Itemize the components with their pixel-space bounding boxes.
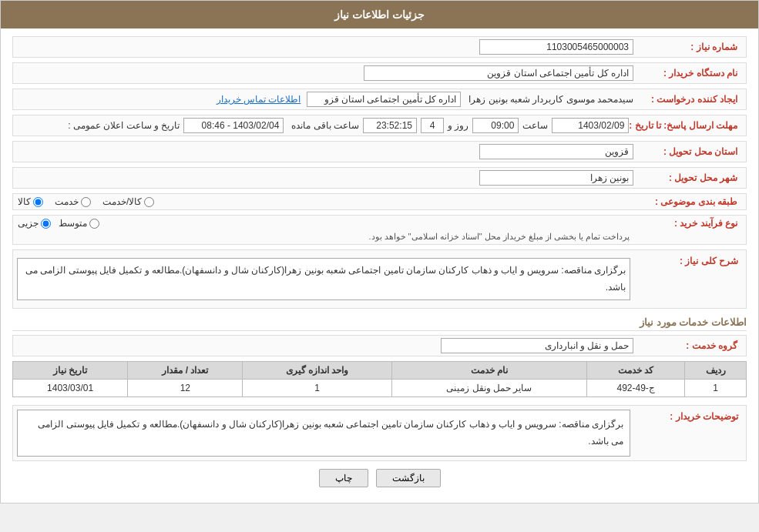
page-header: جزئیات اطلاعات نیاز xyxy=(1,1,758,28)
shahr-label: شهر محل تحویل : xyxy=(633,172,741,183)
ijad-konande-row: ایجاد کننده درخواست : سیدمحمد موسوی کارب… xyxy=(12,89,747,110)
sharh-koli-section: شرح کلی نیاز : برگزاری مناقصه: سرویس و ا… xyxy=(12,249,747,309)
cell-namKhedmat: سایر حمل ونقل زمینی xyxy=(391,380,586,397)
roz-value: 4 xyxy=(421,118,444,133)
sharh-koli-label: شرح کلی نیاز : xyxy=(634,254,742,266)
tosif-kharidar-section: توضیحات خریدار : برگزاری مناقصه: سرویس و… xyxy=(12,405,747,461)
farayand-motovaset-label: متوسط xyxy=(59,218,87,229)
cell-vahed: 1 xyxy=(243,380,391,397)
tarikh-elan-value: 1403/02/04 - 08:46 xyxy=(183,118,284,133)
mohlat-label: مهلت ارسال پاسخ: تا تاریخ : xyxy=(629,120,741,131)
grohe-khedmat-row: گروه خدمت : حمل و نقل و انبارداری xyxy=(12,335,747,356)
noe-farayand-label: نوع فرآیند خرید : xyxy=(633,218,741,229)
saat-value: 09:00 xyxy=(472,118,519,133)
shahr-row: شهر محل تحویل : بونین زهرا xyxy=(12,167,747,189)
tosif-kharidar-value: برگزاری مناقصه: سرویس و ایاب و ذهاب کارک… xyxy=(17,410,630,457)
tarikh-elan-label: تاریخ و ساعت اعلان عمومی : xyxy=(68,120,180,131)
cell-tarikh: 1403/03/01 xyxy=(13,380,128,397)
page-content: شماره نیاز : 1103005465000003 نام دستگاه… xyxy=(1,28,758,503)
tosif-kharidar-label: توضیحات خریدار : xyxy=(634,410,742,422)
farayand-jozi-item: جزیی xyxy=(18,218,51,229)
ittilatat-tamas-link[interactable]: اطلاعات تماس خریدار xyxy=(217,94,301,105)
nam-dastgah-row: نام دستگاه خریدار : اداره کل تأمین اجتما… xyxy=(12,62,747,84)
page-title: جزئیات اطلاعات نیاز xyxy=(334,8,425,21)
nam-dastgah-label: نام دستگاه خریدار : xyxy=(633,68,741,79)
grohe-khedmat-value: حمل و نقل و انبارداری xyxy=(441,338,633,353)
col-radif: ردیف xyxy=(685,362,747,380)
table-row: 1ج-49-492سایر حمل ونقل زمینی1121403/03/0… xyxy=(13,380,747,397)
col-vahed: واحد اندازه گیری xyxy=(243,362,391,380)
tabaqe-kala-khedmat-item: کالا/خدمت xyxy=(102,196,154,207)
col-nam: نام خدمت xyxy=(391,362,586,380)
grohe-khedmat-label: گروه خدمت : xyxy=(633,340,741,351)
farayand-note: پرداخت تمام یا بخشی از مبلغ خریداز محل "… xyxy=(18,232,741,242)
bazgasht-button[interactable]: بازگشت xyxy=(376,469,441,487)
cell-tedad: 12 xyxy=(128,380,243,397)
ostan-row: استان محل تحویل : قزوین xyxy=(12,141,747,162)
col-kod: کد خدمت xyxy=(586,362,684,380)
khadamat-section-title: اطلاعات خدمات مورد نیاز xyxy=(12,316,747,331)
tabaqe-label: طبقه بندی موضوعی : xyxy=(633,196,741,207)
tabaqe-kala-khedmat-label: کالا/خدمت xyxy=(102,196,142,207)
tabaqe-kala-label: کالا xyxy=(18,196,31,207)
tabaqe-row: طبقه بندی موضوعی : کالا/خدمت خدمت کالا xyxy=(12,193,747,210)
shomare-niaz-row: شماره نیاز : 1103005465000003 xyxy=(12,36,747,58)
sharh-koli-value: برگزاری مناقصه: سرویس و ایاب و ذهاب کارک… xyxy=(17,258,630,300)
farayand-jozi-radio[interactable] xyxy=(41,219,51,229)
tabaqe-kala-radio[interactable] xyxy=(33,197,43,207)
shomare-niaz-label: شماره نیاز : xyxy=(633,42,741,52)
nam-dastgah-value: اداره کل تأمین اجتماعی استان قزوین xyxy=(364,65,633,81)
time-left-value: 23:52:15 xyxy=(363,118,417,133)
cell-kodKhedmat: ج-49-492 xyxy=(586,380,684,397)
noe-farayand-row: نوع فرآیند خرید : متوسط جزیی پرداخت تمام… xyxy=(12,215,747,245)
mohlat-date-value: 1403/02/09 xyxy=(552,118,629,133)
main-container: جزئیات اطلاعات نیاز شماره نیاز : 1103005… xyxy=(0,0,759,504)
ostan-label: استان محل تحویل : xyxy=(633,146,741,157)
col-tarikh: تاریخ نیاز xyxy=(13,362,128,380)
tabaqe-khedmat-label: خدمت xyxy=(55,196,79,207)
shahr-value: بونین زهرا xyxy=(479,170,633,186)
tabaqe-kala-khedmat-radio[interactable] xyxy=(144,197,154,207)
ijad-konande-value1: سیدمحمد موسوی کاربردار شعبه بونین زهرا xyxy=(468,94,633,105)
farayand-motovaset-item: متوسط xyxy=(59,218,99,229)
shomare-niaz-value: 1103005465000003 xyxy=(479,39,633,55)
ijad-konande-label: ایجاد کننده درخواست : xyxy=(633,94,741,105)
roz-label: روز و xyxy=(448,120,468,131)
cell-radif: 1 xyxy=(685,380,747,397)
farayand-jozi-label: جزیی xyxy=(18,218,39,229)
ijad-konande-value2: اداره کل تأمین اجتماعی استان قزو xyxy=(307,92,461,107)
col-tedad: تعداد / مقدار xyxy=(128,362,243,380)
saat-label: ساعت xyxy=(522,120,548,131)
ostan-value: قزوین xyxy=(479,144,633,159)
tabaqe-radio-group: کالا/خدمت خدمت کالا xyxy=(18,196,633,207)
mohlat-row: مهلت ارسال پاسخ: تا تاریخ : 1403/02/09 س… xyxy=(12,115,747,136)
saat-baqi-label: ساعت باقی مانده xyxy=(291,120,359,131)
farayand-motovaset-radio[interactable] xyxy=(89,219,99,229)
tabaqe-khedmat-item: خدمت xyxy=(55,196,91,207)
tabaqe-kala-item: کالا xyxy=(18,196,43,207)
tabaqe-khedmat-radio[interactable] xyxy=(81,197,91,207)
button-row: بازگشت چاپ xyxy=(12,469,747,487)
chap-button[interactable]: چاپ xyxy=(319,469,368,487)
khadamat-table: ردیف کد خدمت نام خدمت واحد اندازه گیری ت… xyxy=(12,361,747,397)
